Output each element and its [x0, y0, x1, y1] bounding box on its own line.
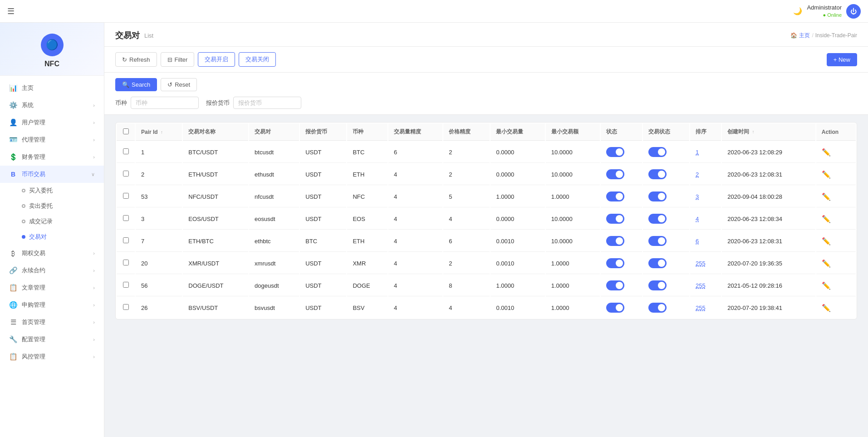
table-row: 1 BTC/USDT btcusdt USDT BTC 6 2 0.0000 1… — [117, 142, 856, 163]
row-min-vol: 0.0010 — [490, 231, 544, 252]
quote-input[interactable] — [233, 97, 301, 109]
page-title: 交易对 — [115, 30, 140, 41]
search-button[interactable]: 🔍 Search — [115, 78, 157, 91]
filter-button[interactable]: ⊟ Filter — [161, 52, 195, 67]
th-min-vol: 最小交易量 — [490, 123, 544, 141]
sidebar-item-crypto[interactable]: B 币币交易 ∨ — [0, 166, 104, 183]
quote-label: 报价货币 — [206, 99, 230, 107]
row-checkbox[interactable] — [123, 260, 129, 265]
sub-nav-history[interactable]: 成交记录 — [0, 214, 104, 229]
sidebar-logo: 🔵 NFC — [0, 23, 104, 76]
coin-input[interactable] — [131, 97, 199, 109]
rank-link[interactable]: 3 — [696, 193, 699, 200]
sub-nav-tradepair[interactable]: 交易对 — [0, 229, 104, 245]
trade-status-toggle[interactable] — [648, 214, 667, 224]
status-toggle[interactable] — [606, 236, 624, 246]
rank-link[interactable]: 255 — [696, 304, 706, 311]
sidebar-item-perpetual[interactable]: 🔗 永续合约 › — [0, 262, 104, 279]
main-content: 交易对 List 🏠 主页 / Inside-Trade-Pair ↻ Refr… — [104, 23, 868, 437]
sidebar-item-futures[interactable]: ₿ 期权交易 › — [0, 245, 104, 262]
sub-label-tradepair: 交易对 — [29, 233, 47, 241]
trade-status-toggle[interactable] — [648, 169, 667, 179]
search-area: 🔍 Search ↺ Reset 币种 报价货币 — [104, 73, 868, 115]
row-checkbox[interactable] — [123, 237, 129, 243]
row-checkbox[interactable] — [123, 282, 129, 288]
trade-status-toggle[interactable] — [648, 236, 667, 246]
row-created: 2020-07-20 19:38:41 — [722, 297, 815, 318]
row-status — [601, 231, 642, 252]
trade-status-toggle[interactable] — [648, 280, 667, 290]
sidebar-item-agent[interactable]: 🪪 代理管理 › — [0, 131, 104, 148]
rank-link[interactable]: 255 — [696, 260, 706, 267]
topbar-right: 🌙 Administrator Online ⏻ — [793, 4, 861, 19]
trade-close-button[interactable]: 交易关闭 — [239, 52, 276, 67]
edit-icon[interactable]: ✏️ — [822, 193, 831, 201]
sidebar-label-user: 用户管理 — [22, 118, 45, 127]
edit-icon[interactable]: ✏️ — [822, 260, 831, 267]
sidebar-item-user[interactable]: 👤 用户管理 › — [0, 114, 104, 131]
status-toggle[interactable] — [606, 147, 624, 157]
status-toggle[interactable] — [606, 280, 624, 290]
sidebar-item-article[interactable]: 📋 文章管理 › — [0, 279, 104, 296]
toggle-slider — [648, 214, 667, 224]
sidebar-item-config[interactable]: 🔧 配置管理 › — [0, 331, 104, 348]
trade-open-button[interactable]: 交易开启 — [198, 52, 235, 67]
menu-icon[interactable]: ☰ — [7, 6, 15, 16]
reset-button[interactable]: ↺ Reset — [161, 78, 197, 91]
row-checkbox[interactable] — [123, 193, 129, 199]
edit-icon[interactable]: ✏️ — [822, 304, 831, 312]
theme-icon[interactable]: 🌙 — [793, 7, 802, 15]
rank-link[interactable]: 255 — [696, 282, 706, 289]
edit-icon[interactable]: ✏️ — [822, 148, 831, 156]
user-icon: 👤 — [9, 118, 17, 127]
sidebar-item-home[interactable]: 📊 主页 — [0, 79, 104, 97]
refresh-button[interactable]: ↻ Refresh — [115, 52, 157, 67]
edit-icon[interactable]: ✏️ — [822, 282, 831, 290]
rank-link[interactable]: 4 — [696, 216, 699, 222]
row-trade-status — [643, 231, 689, 252]
sidebar-nav: 📊 主页 ⚙️ 系统 › 👤 用户管理 › 🪪 — [0, 76, 104, 437]
rank-link[interactable]: 2 — [696, 171, 699, 178]
edit-icon[interactable]: ✏️ — [822, 215, 831, 223]
trade-status-toggle[interactable] — [648, 303, 667, 313]
trade-status-toggle[interactable] — [648, 191, 667, 201]
status-toggle[interactable] — [606, 214, 624, 224]
row-trade-status — [643, 186, 689, 207]
edit-icon[interactable]: ✏️ — [822, 237, 831, 245]
status-toggle[interactable] — [606, 303, 624, 313]
sidebar-item-system[interactable]: ⚙️ 系统 › — [0, 97, 104, 114]
sidebar-item-homepage[interactable]: ☰ 首页管理 › — [0, 314, 104, 331]
new-button[interactable]: + New — [827, 53, 857, 66]
rank-link[interactable]: 1 — [696, 149, 699, 156]
trade-status-toggle[interactable] — [648, 147, 667, 157]
edit-icon[interactable]: ✏️ — [822, 171, 831, 178]
row-checkbox[interactable] — [123, 304, 129, 310]
trade-status-toggle[interactable] — [648, 258, 667, 268]
toggle-slider — [648, 236, 667, 246]
breadcrumb-home-link[interactable]: 主页 — [799, 32, 810, 39]
th-coin: 币种 — [347, 123, 387, 141]
status-toggle[interactable] — [606, 169, 624, 179]
sidebar-item-purchase[interactable]: 🌐 申购管理 › — [0, 296, 104, 314]
status-toggle[interactable] — [606, 191, 624, 201]
homepage-icon: ☰ — [9, 318, 17, 326]
row-price-precision: 4 — [443, 297, 490, 318]
row-checkbox[interactable] — [123, 148, 129, 154]
sidebar-item-risk[interactable]: 📋 风控管理 › — [0, 348, 104, 365]
row-status — [601, 164, 642, 185]
agent-icon: 🪪 — [9, 136, 17, 144]
select-all-checkbox[interactable] — [123, 128, 129, 134]
row-vol-precision: 4 — [388, 231, 442, 252]
row-checkbox[interactable] — [123, 215, 129, 221]
row-min-vol: 1.0000 — [490, 186, 544, 207]
row-pairid: 53 — [136, 186, 182, 207]
rank-link[interactable]: 6 — [696, 238, 699, 245]
status-toggle[interactable] — [606, 258, 624, 268]
row-quote: USDT — [300, 186, 346, 207]
power-button[interactable]: ⏻ — [846, 4, 861, 19]
sidebar-item-finance[interactable]: 💲 财务管理 › — [0, 148, 104, 166]
row-created: 2020-06-23 12:08:29 — [722, 142, 815, 163]
sub-nav-sell[interactable]: 卖出委托 — [0, 198, 104, 214]
row-checkbox[interactable] — [123, 171, 129, 177]
sub-nav-buy[interactable]: 买入委托 — [0, 183, 104, 198]
